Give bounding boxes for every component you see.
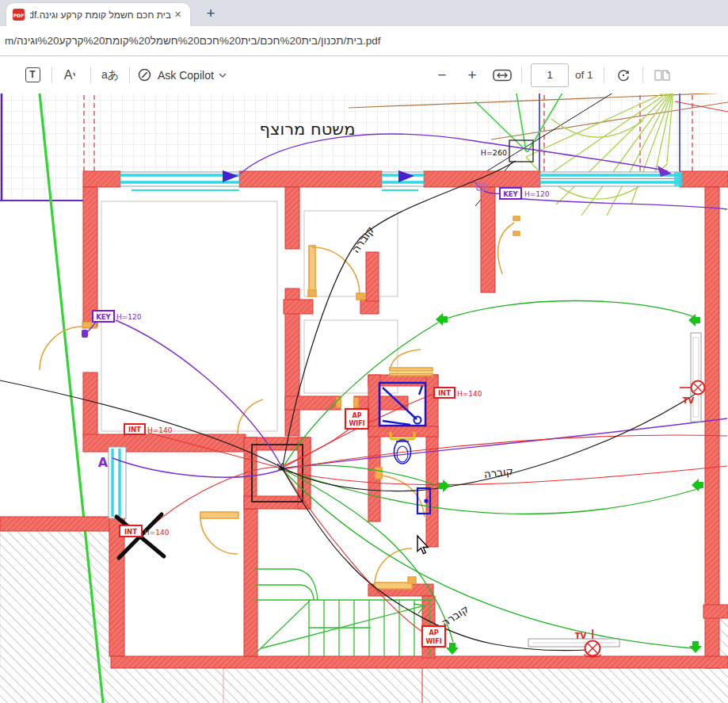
ask-copilot-button[interactable]: Ask Copilot [137, 63, 227, 87]
floorplan-drawing: משטח מרוצף קוברה קוברה קוברה H=260 KEY H… [0, 94, 728, 703]
svg-text:WIFI: WIFI [349, 420, 364, 427]
h260-label: H=260 [481, 148, 507, 157]
intercom-label-3: INT H=140 [434, 388, 482, 398]
chevron-down-icon [219, 73, 227, 78]
read-aloud-waves-icon [72, 71, 78, 80]
pdf-file-icon: PDF [12, 8, 25, 21]
svg-text:AP: AP [429, 629, 438, 636]
page-view-icon [654, 68, 671, 82]
new-tab-button[interactable]: + [201, 4, 220, 23]
tab-title: בית חכם חשמל קומת קרקע וגינה.pdf [30, 10, 171, 21]
svg-text:INT: INT [128, 426, 141, 434]
svg-text:WIFI: WIFI [425, 638, 441, 645]
toolbar-divider [129, 67, 130, 83]
fit-to-width-icon [493, 69, 512, 82]
wifi-ap-label-2: AP WIFI [422, 626, 445, 647]
svg-text:H=140: H=140 [457, 390, 482, 398]
read-aloud-icon: A [64, 68, 73, 82]
key-switch-label-2: KEY H=120 [93, 311, 142, 322]
browser-tab[interactable]: PDF בית חכם חשמל קומת קרקע וגינה.pdf ✕ [6, 3, 190, 26]
pdf-page-canvas[interactable]: משטח מרוצף קוברה קוברה קוברה H=260 KEY H… [0, 94, 728, 703]
text-selection-button[interactable]: T [21, 63, 44, 87]
copilot-icon [137, 67, 152, 82]
windows-layer [109, 172, 682, 518]
svg-text:INT: INT [124, 528, 137, 536]
translate-icon: aあ [101, 68, 119, 82]
tv-label-1: TV [683, 396, 695, 405]
browser-chrome: PDF בית חכם חשמל קומת קרקע וגינה.pdf ✕ +… [0, 0, 728, 94]
page-number-input[interactable] [531, 63, 569, 87]
duct-label: קוברה [349, 224, 376, 255]
fit-to-width-button[interactable] [490, 63, 514, 87]
rotate-button[interactable] [612, 63, 635, 87]
tv-wall-unit [680, 333, 705, 422]
zoom-out-button[interactable]: − [430, 63, 454, 87]
svg-text:H=120: H=120 [524, 190, 550, 198]
url-text: m/בית/תכנון/בית%20חכם/בית%20חכם%20חשמל%2… [0, 35, 722, 47]
paved-area-label: משטח מרוצף [260, 120, 356, 139]
zoom-in-button[interactable]: + [460, 63, 484, 87]
svg-text:KEY: KEY [503, 190, 518, 198]
tab-strip: PDF בית חכם חשמל קומת קרקע וגינה.pdf ✕ + [0, 0, 728, 26]
tv-bottom-unit [528, 629, 619, 657]
svg-text:KEY: KEY [96, 313, 111, 321]
pdf-toolbar: T A aあ Ask Copilot [0, 56, 728, 94]
wifi-ap-label-1: AP WIFI [345, 409, 368, 429]
toolbar-divider [521, 67, 522, 83]
toolbar-divider [90, 67, 91, 83]
read-aloud-button[interactable]: A [59, 63, 83, 87]
key-switch-label-1: KEY H=120 [500, 188, 550, 199]
room-inset-lines [101, 201, 398, 431]
section-marker-a: A [98, 455, 109, 470]
toolbar-divider [604, 67, 604, 83]
toolbar-divider [642, 67, 643, 83]
intercom-label-2: INT H=140 [120, 525, 170, 537]
svg-text:H=140: H=140 [144, 529, 170, 537]
translate-button[interactable]: aあ [98, 63, 122, 87]
toolbar-divider [51, 67, 52, 83]
text-selection-icon: T [25, 67, 40, 82]
page-count-label: of 1 [575, 69, 593, 81]
svg-text:INT: INT [438, 389, 451, 397]
tv-label-2: TV [575, 632, 587, 640]
intercom-label-1: INT H=140 [124, 424, 173, 434]
address-bar[interactable]: m/בית/תכנון/בית%20חכם/בית%20חכם%20חשמל%2… [0, 26, 728, 56]
svg-text:PDF: PDF [13, 13, 25, 18]
svg-text:H=140: H=140 [147, 426, 173, 434]
duct-label: קוברה [439, 602, 471, 629]
page-view-button[interactable] [650, 63, 674, 87]
duct-label: קוברה [483, 464, 514, 480]
tab-close-icon[interactable]: ✕ [171, 8, 185, 21]
svg-text:AP: AP [352, 412, 361, 419]
svg-text:H=120: H=120 [116, 313, 142, 321]
speaker-icons [436, 313, 703, 655]
rotate-icon [616, 67, 631, 83]
copilot-label: Ask Copilot [158, 69, 214, 82]
